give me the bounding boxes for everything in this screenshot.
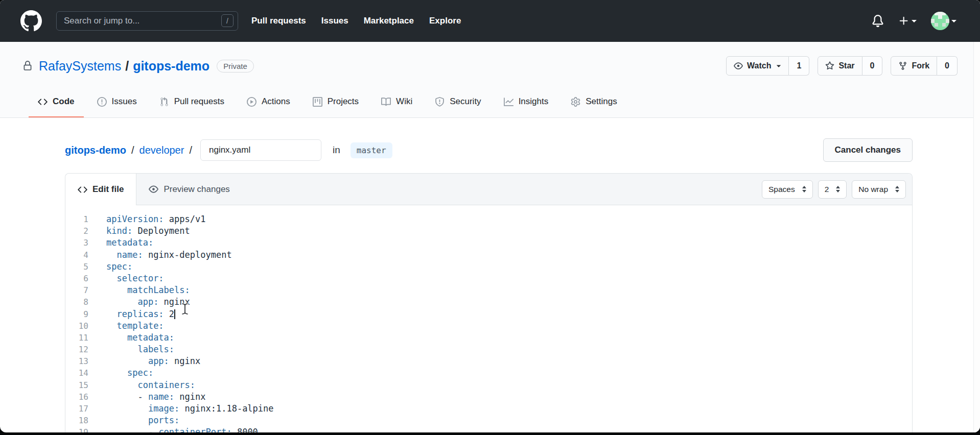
nav-marketplace[interactable]: Marketplace [364,16,414,26]
user-menu[interactable] [931,12,956,30]
code-text: spec: [106,261,132,273]
fork-button[interactable]: Fork [891,56,937,76]
code-line[interactable]: 2kind: Deployment [65,225,912,237]
tab-security[interactable]: Security [426,87,490,117]
select-spaces[interactable]: Spaces [762,180,813,199]
tab-label: Actions [262,96,290,107]
code-editor[interactable]: 1apiVersion: apps/v12kind: Deployment3me… [65,205,912,432]
code-text: ports: [106,415,179,426]
line-number: 8 [65,296,88,308]
star-label: Star [838,61,854,70]
code-line[interactable]: 3metadata: [65,237,912,249]
code-line[interactable]: 19 - containerPort: 8000 [65,426,912,432]
code-icon [78,185,87,195]
code-text: labels: [106,344,174,355]
code-line[interactable]: 4 name: nginx-deployment [65,249,912,261]
code-text: image: nginx:1.18-alpine [106,403,274,415]
select-2[interactable]: 2 [818,180,847,199]
create-new-button[interactable] [898,15,917,27]
breadcrumb-repo-link[interactable]: gitops-demo [65,144,126,156]
filename-input[interactable] [200,139,321,161]
private-badge: Private [217,60,254,72]
notifications-bell-icon[interactable] [872,15,884,27]
scrollbar-track[interactable] [973,42,980,432]
code-line[interactable]: 5spec: [65,261,912,273]
line-number: 11 [65,332,88,344]
code-line[interactable]: 16 - name: nginx [65,391,912,403]
code-text: kind: Deployment [106,225,190,237]
tab-actions[interactable]: Actions [238,87,299,117]
header-right-cluster [872,12,956,30]
code-text: template: [106,320,164,332]
watch-button[interactable]: Watch [726,56,789,76]
header-nav: Pull requestsIssuesMarketplaceExplore [251,16,461,26]
select-updown-icon [802,186,806,192]
code-icon [38,97,48,107]
code-line[interactable]: 9 replicas: 2 [65,308,912,320]
cancel-changes-button[interactable]: Cancel changes [823,138,913,162]
file-breadcrumb-row: gitops-demo / developer / in master Canc… [65,138,913,162]
fork-count[interactable]: 0 [937,56,958,76]
code-line[interactable]: 17 image: nginx:1.18-alpine [65,403,912,415]
eye-icon [734,61,743,70]
code-text: apiVersion: apps/v1 [106,213,205,225]
repo-name-link[interactable]: gitops-demo [133,59,209,73]
caret-down-icon [912,20,917,22]
nav-explore[interactable]: Explore [429,16,461,26]
line-number: 18 [65,415,88,426]
code-text: selector: [106,273,164,284]
select-no-wrap[interactable]: No wrap [852,180,906,199]
tab-insights[interactable]: Insights [495,87,558,117]
repo-header: RafaySystems/gitops-demo Private Watch1S… [0,42,980,118]
code-line[interactable]: 13 app: nginx [65,355,912,367]
tab-issues[interactable]: Issues [88,87,146,117]
nav-pull-requests[interactable]: Pull requests [251,16,306,26]
watch-group: Watch1 [726,56,809,76]
breadcrumb-folder-link[interactable]: developer [139,144,184,156]
editor-tab-edit-file[interactable]: Edit file [65,174,136,205]
pull-request-icon [159,97,169,107]
code-text: containers: [106,379,195,391]
code-line[interactable]: 12 labels: [65,344,912,355]
line-number: 6 [65,273,88,284]
tab-pull-requests[interactable]: Pull requests [150,87,234,117]
code-text: - containerPort: 8000 [106,426,258,432]
tab-label: Code [53,96,75,107]
editor-tab-label: Preview changes [164,184,229,195]
tab-projects[interactable]: Projects [304,87,368,117]
search-input[interactable] [56,11,238,31]
star-button[interactable]: Star [818,56,862,76]
breadcrumb-separator: / [189,144,192,156]
in-label: in [333,144,340,156]
watch-count[interactable]: 1 [789,56,809,76]
branch-badge: master [351,142,392,158]
code-line[interactable]: 1apiVersion: apps/v1 [65,213,912,225]
code-line[interactable]: 10 template: [65,320,912,332]
caret-down-icon [777,65,781,67]
code-line[interactable]: 15 containers: [65,379,912,391]
code-line[interactable]: 7 matchLabels: [65,284,912,296]
code-text: name: nginx-deployment [106,249,232,261]
select-updown-icon [836,186,840,192]
code-line[interactable]: 8 app: nginx [65,296,912,308]
line-number: 15 [65,379,88,391]
tab-label: Security [450,96,481,107]
star-count[interactable]: 0 [862,56,883,76]
line-number: 9 [65,308,88,320]
code-line[interactable]: 14 spec: [65,367,912,379]
tab-wiki[interactable]: Wiki [372,87,422,117]
repo-owner-link[interactable]: RafaySystems [39,59,121,73]
code-line[interactable]: 6 selector: [65,273,912,284]
code-line[interactable]: 18 ports: [65,415,912,426]
text-caret [174,309,175,319]
code-text: metadata: [106,332,174,344]
tab-settings[interactable]: Settings [562,87,626,117]
code-line[interactable]: 11 metadata: [65,332,912,344]
nav-issues[interactable]: Issues [321,16,348,26]
tab-code[interactable]: Code [29,87,84,117]
breadcrumb: gitops-demo / developer / in master [65,139,392,161]
browser-viewport: / Pull requestsIssuesMarketplaceExplore [0,0,980,432]
github-logo-icon[interactable] [20,10,42,32]
tab-label: Wiki [396,96,412,107]
editor-tab-preview-changes[interactable]: Preview changes [136,174,242,205]
